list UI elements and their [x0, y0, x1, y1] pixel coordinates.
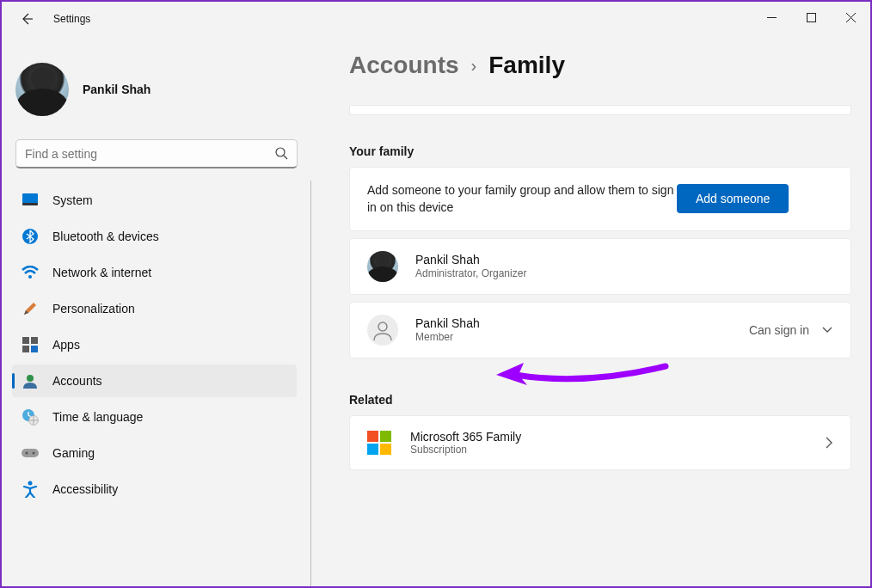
window-controls — [752, 2, 870, 33]
bluetooth-icon — [21, 228, 39, 245]
nav-label: Gaming — [52, 446, 95, 460]
user-name: Pankil Shah — [83, 83, 150, 96]
maximize-button[interactable] — [791, 2, 831, 33]
nav-label: Accounts — [52, 374, 102, 388]
nav-accessibility[interactable]: Accessibility — [12, 473, 297, 505]
nav-gaming[interactable]: Gaming — [12, 437, 297, 469]
svg-point-1 — [276, 148, 285, 156]
user-avatar — [15, 63, 69, 116]
system-icon — [21, 192, 39, 209]
related-section-label: Related — [349, 393, 851, 407]
page-title: Family — [488, 52, 565, 79]
svg-point-10 — [27, 375, 34, 382]
person-icon — [367, 315, 398, 346]
signin-status-dropdown[interactable]: Can sign in — [749, 323, 833, 337]
family-member-organizer[interactable]: Pankil Shah Administrator, Organizer — [349, 238, 851, 295]
svg-point-14 — [26, 452, 28, 455]
related-title: Microsoft 365 Family — [410, 430, 521, 444]
svg-rect-6 — [22, 337, 29, 344]
microsoft-logo-icon — [367, 431, 391, 455]
chevron-right-icon — [825, 436, 833, 450]
member-avatar — [367, 251, 398, 282]
maximize-icon — [807, 13, 816, 22]
search-icon — [275, 147, 288, 160]
nav-label: Time & language — [52, 410, 143, 424]
back-button[interactable] — [12, 4, 41, 34]
accessibility-icon — [21, 481, 39, 498]
svg-rect-0 — [807, 13, 815, 21]
nav-label: Personalization — [52, 302, 135, 315]
svg-point-5 — [28, 275, 32, 279]
nav-time-language[interactable]: Time & language — [12, 401, 297, 433]
related-subtitle: Subscription — [410, 444, 521, 456]
member-role: Administrator, Organizer — [415, 267, 526, 279]
chevron-down-icon — [821, 326, 833, 334]
gamepad-icon — [21, 444, 39, 462]
close-icon — [846, 13, 856, 22]
member-role: Member — [415, 331, 480, 343]
paintbrush-icon — [21, 300, 39, 317]
nav-apps[interactable]: Apps — [12, 328, 297, 361]
breadcrumb: Accounts › Family — [349, 52, 851, 79]
svg-point-15 — [33, 452, 35, 455]
minimize-button[interactable] — [752, 2, 791, 33]
svg-rect-13 — [21, 449, 39, 457]
main-content: Accounts › Family Your family Add someon… — [311, 36, 870, 586]
nav-label: Apps — [52, 338, 80, 352]
nav-network[interactable]: Network & internet — [12, 256, 297, 289]
svg-point-16 — [28, 481, 33, 486]
svg-rect-3 — [22, 203, 38, 205]
add-someone-text: Add someone to your family group and all… — [367, 181, 677, 217]
svg-rect-7 — [31, 337, 38, 344]
svg-rect-8 — [22, 346, 29, 352]
nav-bluetooth[interactable]: Bluetooth & devices — [12, 220, 297, 253]
nav-label: Bluetooth & devices — [52, 230, 159, 243]
chevron-right-icon: › — [471, 56, 477, 76]
family-section-label: Your family — [349, 144, 851, 158]
svg-rect-9 — [31, 346, 38, 352]
minimize-icon — [767, 13, 777, 22]
collapsed-card-edge — [349, 105, 851, 115]
close-button[interactable] — [831, 2, 870, 33]
search-input[interactable] — [25, 147, 275, 161]
accounts-icon — [21, 372, 39, 389]
window-title: Settings — [53, 13, 90, 25]
nav-label: System — [52, 193, 93, 207]
member-name: Pankil Shah — [415, 316, 480, 330]
nav-system[interactable]: System — [12, 184, 297, 217]
add-someone-card: Add someone to your family group and all… — [349, 167, 851, 231]
nav-personalization[interactable]: Personalization — [12, 292, 297, 325]
back-arrow-icon — [20, 12, 34, 26]
add-someone-button[interactable]: Add someone — [677, 184, 789, 213]
nav-accounts[interactable]: Accounts — [12, 364, 297, 397]
sidebar: Pankil Shah System Bluetooth & devices N… — [2, 36, 311, 586]
member-avatar-generic — [367, 315, 398, 346]
titlebar: Settings — [2, 2, 870, 36]
nav-label: Accessibility — [52, 482, 118, 496]
nav-label: Network & internet — [52, 266, 151, 279]
apps-icon — [21, 336, 39, 353]
family-member-member[interactable]: Pankil Shah Member Can sign in — [349, 302, 851, 358]
signin-status-text: Can sign in — [749, 323, 809, 337]
wifi-icon — [21, 264, 39, 281]
svg-point-17 — [378, 322, 387, 331]
nav-list: System Bluetooth & devices Network & int… — [2, 181, 311, 586]
member-name: Pankil Shah — [415, 253, 526, 266]
search-box[interactable] — [15, 139, 298, 168]
profile-block[interactable]: Pankil Shah — [2, 55, 311, 124]
breadcrumb-parent[interactable]: Accounts — [349, 52, 459, 79]
clock-globe-icon — [21, 408, 39, 426]
related-m365-family[interactable]: Microsoft 365 Family Subscription — [349, 415, 851, 470]
